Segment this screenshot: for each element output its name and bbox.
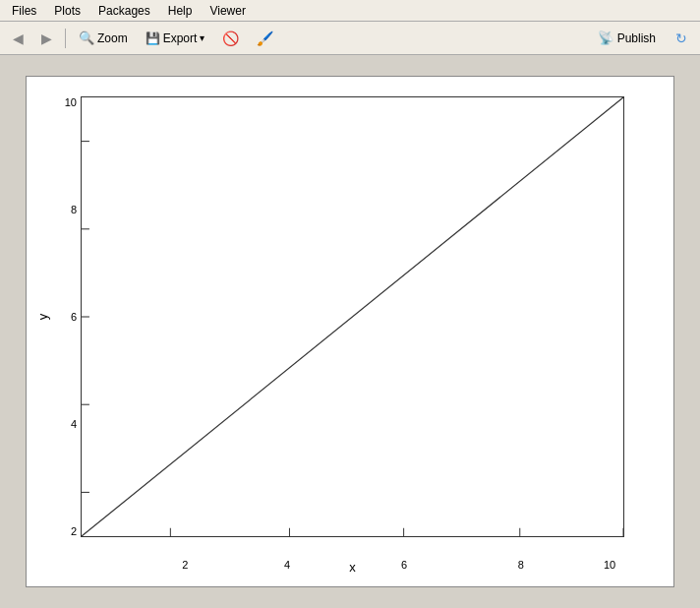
- y-tick-10: 10: [49, 96, 77, 108]
- export-button[interactable]: 💾 Export ▾: [139, 28, 212, 49]
- delete-button[interactable]: 🚫: [215, 27, 246, 50]
- menu-files[interactable]: Files: [4, 2, 44, 20]
- menu-viewer[interactable]: Viewer: [202, 2, 253, 20]
- forward-button[interactable]: ▶: [34, 27, 59, 50]
- zoom-label: Zoom: [97, 31, 128, 45]
- publish-label: Publish: [617, 31, 656, 45]
- forward-icon: ▶: [41, 30, 52, 46]
- x-tick-8: 8: [506, 559, 536, 571]
- zoom-button[interactable]: 🔍 Zoom: [72, 27, 135, 49]
- export-label: Export: [163, 31, 198, 45]
- x-tick-6: 6: [389, 559, 419, 571]
- x-tick-4: 4: [272, 559, 302, 571]
- y-axis-ticks: 2 4 6 8 10: [49, 96, 77, 537]
- menu-help[interactable]: Help: [160, 2, 201, 20]
- y-tick-6: 6: [49, 311, 77, 323]
- back-button[interactable]: ◀: [6, 27, 30, 50]
- plot-container: y x 2 4 6 8 10 2 4 6 8 10: [26, 76, 674, 587]
- main-content: y x 2 4 6 8 10 2 4 6 8 10: [0, 55, 700, 608]
- separator-1: [65, 29, 66, 48]
- publish-icon: 📡: [598, 30, 613, 45]
- y-tick-4: 4: [49, 418, 77, 430]
- x-axis-label: x: [349, 560, 356, 575]
- refresh-icon: ↻: [675, 30, 687, 46]
- brush-button[interactable]: 🖌️: [250, 27, 280, 50]
- x-tick-10: 10: [595, 559, 624, 571]
- plot-svg: [81, 96, 624, 537]
- export-icon: 💾: [146, 31, 160, 45]
- plot-area: y x 2 4 6 8 10 2 4 6 8 10: [81, 96, 624, 537]
- menu-bar: Files Plots Packages Help Viewer: [0, 0, 700, 22]
- brush-icon: 🖌️: [257, 30, 273, 46]
- delete-icon: 🚫: [222, 30, 239, 46]
- x-tick-2: 2: [170, 559, 200, 571]
- export-dropdown-icon: ▾: [200, 32, 204, 43]
- y-tick-2: 2: [49, 525, 77, 537]
- publish-button[interactable]: 📡 Publish: [589, 27, 665, 49]
- refresh-button[interactable]: ↻: [669, 27, 694, 50]
- menu-plots[interactable]: Plots: [46, 2, 88, 20]
- zoom-icon: 🔍: [79, 30, 94, 45]
- y-axis-label: y: [35, 314, 50, 321]
- menu-packages[interactable]: Packages: [90, 2, 158, 20]
- toolbar: ◀ ▶ 🔍 Zoom 💾 Export ▾ 🚫 🖌️ 📡 Publish ↻: [0, 22, 700, 55]
- y-tick-8: 8: [49, 204, 77, 215]
- back-icon: ◀: [13, 30, 24, 46]
